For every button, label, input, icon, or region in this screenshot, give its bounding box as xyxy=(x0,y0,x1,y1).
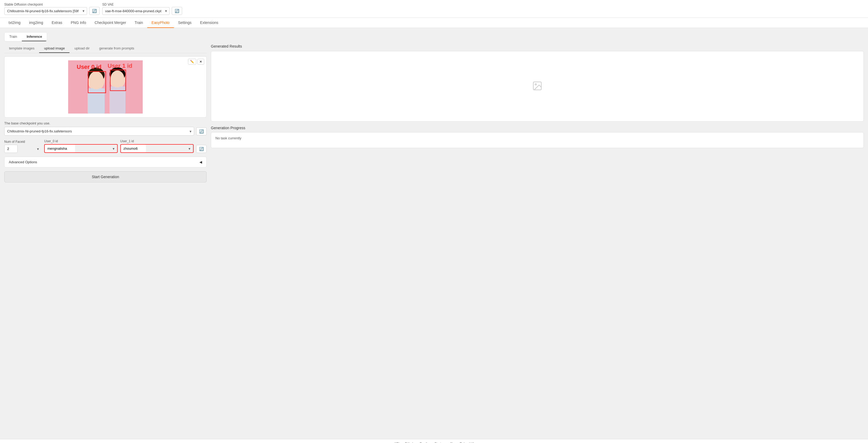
subtab-train[interactable]: Train xyxy=(4,32,22,41)
generated-results-area xyxy=(211,51,864,122)
tab-txt2img[interactable]: txt2img xyxy=(4,18,25,28)
user0-select-wrapper[interactable]: mengnalisha xyxy=(44,144,118,153)
no-task-text: No task currently xyxy=(215,136,859,140)
faceid-refresh-button[interactable]: 🔄 xyxy=(196,145,207,153)
edit-button[interactable]: ✏️ xyxy=(188,59,196,65)
footer-link-api[interactable]: API xyxy=(394,442,399,443)
placeholder-image-icon xyxy=(532,80,542,91)
advanced-options-toggle[interactable]: Advanced Options ◀ xyxy=(4,157,207,168)
tab-template-images[interactable]: template images xyxy=(4,44,39,53)
generation-progress-area: No task currently xyxy=(211,132,864,148)
svg-point-14 xyxy=(535,84,536,85)
subtab-inference[interactable]: Inference xyxy=(22,32,47,41)
tab-generate-from-prompts[interactable]: generate from prompts xyxy=(95,44,139,53)
photo-container: User 0 id User 1 id xyxy=(68,60,143,113)
tab-upload-dir[interactable]: upload dir xyxy=(69,44,94,53)
checkpoint-refresh-button[interactable]: 🔄 xyxy=(89,7,100,15)
tab-train[interactable]: Train xyxy=(130,18,147,28)
generated-results-title: Generated Results xyxy=(211,44,864,48)
tab-easyphoto[interactable]: EasyPhoto xyxy=(147,18,174,28)
svg-rect-2 xyxy=(88,88,105,113)
main-tabs: txt2img img2img Extras PNG Info Checkpoi… xyxy=(0,18,868,28)
footer-links: API • Github • Gradio • Startup profile … xyxy=(4,442,864,443)
photo-svg: User 0 id User 1 id xyxy=(68,60,143,113)
tab-img2img[interactable]: img2img xyxy=(25,18,48,28)
left-panel: template images upload image upload dir … xyxy=(4,44,207,182)
checkpoint-select[interactable]: Chilloutmix-Ni-pruned-fp16-fix.safetenso… xyxy=(4,7,87,15)
user1-col: User_1 id zhoumo6 xyxy=(120,139,194,153)
start-generation-button[interactable]: Start Generation xyxy=(4,171,207,182)
checkpoint-row: Chilloutmix-Ni-pruned-fp16-fix.safetenso… xyxy=(4,127,207,136)
user1-select[interactable]: zhoumo6 xyxy=(121,145,146,152)
vae-select[interactable]: vae-ft-mse-840000-ema-pruned.ckpt xyxy=(102,7,169,15)
faceid-row: Num of Faceid 2 1 3 4 User_0 id mengnali… xyxy=(4,139,207,153)
image-upload-area[interactable]: User 0 id User 1 id ✏️ ✕ xyxy=(4,56,207,117)
svg-text:User 0 id: User 0 id xyxy=(77,64,101,70)
checkpoint-inference-refresh[interactable]: 🔄 xyxy=(196,127,207,135)
svg-point-8 xyxy=(111,70,124,88)
right-panel: Generated Results Generation Progress No… xyxy=(211,44,864,182)
tab-settings[interactable]: Settings xyxy=(174,18,196,28)
footer-link-github[interactable]: Github xyxy=(405,442,414,443)
checkpoint-dropdown-wrapper[interactable]: Chilloutmix-Ni-pruned-fp16-fix.safetenso… xyxy=(4,7,87,15)
vae-group-inner: SD VAE vae-ft-mse-840000-ema-pruned.ckpt… xyxy=(102,3,182,15)
tab-upload-image[interactable]: upload image xyxy=(39,44,69,53)
user1-select-wrapper[interactable]: zhoumo6 xyxy=(120,144,194,153)
tab-extras[interactable]: Extras xyxy=(48,18,67,28)
sub-tabs: Train Inference xyxy=(4,32,47,41)
num-faceid-label: Num of Faceid xyxy=(4,140,41,144)
num-faceid-col: Num of Faceid 2 1 3 4 xyxy=(4,140,41,153)
user1-label: User_1 id xyxy=(120,139,194,143)
checkpoint-group-inner: Stable Diffusion checkpoint Chilloutmix-… xyxy=(4,3,100,15)
user0-col: User_0 id mengnalisha xyxy=(44,139,118,153)
checkpoint-group: Stable Diffusion checkpoint Chilloutmix-… xyxy=(4,3,100,15)
advanced-options-label: Advanced Options xyxy=(9,160,37,164)
checkpoint-inference-select[interactable]: Chilloutmix-Ni-pruned-fp16-fix.safetenso… xyxy=(4,127,194,136)
checkpoint-label: Stable Diffusion checkpoint xyxy=(4,3,100,6)
vae-group: SD VAE vae-ft-mse-840000-ema-pruned.ckpt… xyxy=(102,3,182,15)
user0-label: User_0 id xyxy=(44,139,118,143)
tab-checkpoint-merger[interactable]: Checkpoint Merger xyxy=(90,18,130,28)
svg-point-4 xyxy=(89,71,103,89)
generation-progress-title: Generation Progress xyxy=(211,126,864,130)
vae-refresh-button[interactable]: 🔄 xyxy=(172,7,182,15)
vae-label: SD VAE xyxy=(102,3,182,6)
content-area: Train Inference template images upload i… xyxy=(0,28,868,439)
num-faceid-select[interactable]: 2 1 3 4 xyxy=(4,145,18,153)
image-upload-inner: User 0 id User 1 id ✏️ ✕ xyxy=(4,57,206,117)
user0-select[interactable]: mengnalisha xyxy=(45,145,75,152)
content-inner: template images upload image upload dir … xyxy=(4,44,864,182)
footer-link-startup-profile[interactable]: Startup profile xyxy=(435,442,455,443)
footer: API • Github • Gradio • Startup profile … xyxy=(0,439,868,443)
footer-link-reload-ui[interactable]: Reload UI xyxy=(460,442,474,443)
num-faceid-select-wrapper[interactable]: 2 1 3 4 xyxy=(4,145,41,153)
top-bar: Stable Diffusion checkpoint Chilloutmix-… xyxy=(0,0,868,18)
svg-text:User 1 id: User 1 id xyxy=(107,63,132,69)
inference-tabs: template images upload image upload dir … xyxy=(4,44,207,53)
upload-controls: ✏️ ✕ xyxy=(188,59,204,65)
checkpoint-inference-dropdown[interactable]: Chilloutmix-Ni-pruned-fp16-fix.safetenso… xyxy=(4,127,194,136)
tab-png-info[interactable]: PNG Info xyxy=(67,18,91,28)
close-button[interactable]: ✕ xyxy=(197,59,204,65)
image-placeholder xyxy=(532,80,542,92)
footer-link-gradio[interactable]: Gradio xyxy=(420,442,429,443)
checkpoint-section-label: The base checkpoint you use. xyxy=(4,121,207,125)
advanced-options-triangle-icon: ◀ xyxy=(199,160,202,164)
tab-extensions[interactable]: Extensions xyxy=(196,18,222,28)
vae-dropdown-wrapper[interactable]: vae-ft-mse-840000-ema-pruned.ckpt xyxy=(102,7,169,15)
